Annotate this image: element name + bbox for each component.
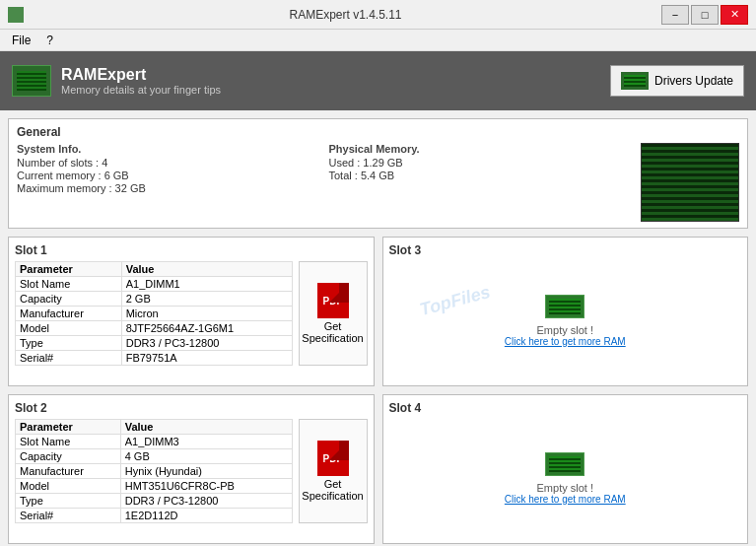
physical-memory-block: Physical Memory. Used : 1.29 GB Total : … — [329, 143, 622, 222]
slot2-serial-value: 1E2D112D — [120, 509, 292, 523]
table-row: Capacity 2 GB — [16, 292, 293, 307]
slot1-section: Slot 1 Parameter Value Slot Name A1_DIMM… — [8, 237, 375, 386]
slot4-empty-text: Empty slot ! — [537, 482, 593, 494]
sys-info-row-slots: Number of slots : 4 — [17, 157, 309, 169]
slot2-mfr-label: Manufacturer — [16, 464, 121, 479]
slot1-pdf-button[interactable]: PDF GetSpecification — [299, 261, 368, 366]
slot1-inner: Parameter Value Slot Name A1_DIMM1 Capac… — [15, 261, 368, 366]
slot2-mfr-value: Hynix (Hyundai) — [120, 464, 292, 479]
slot1-mfr-label: Manufacturer — [16, 307, 122, 321]
window-controls: − □ ✕ — [661, 5, 748, 25]
slot2-model-label: Model — [16, 479, 121, 494]
close-button[interactable]: ✕ — [721, 5, 748, 25]
table-row: Parameter Value — [16, 262, 293, 277]
app-header: RAMExpert Memory details at your finger … — [0, 51, 756, 110]
menu-file[interactable]: File — [4, 32, 38, 49]
slot2-pdf-label: GetSpecification — [302, 478, 363, 502]
table-row: Type DDR3 / PC3-12800 — [16, 336, 293, 351]
slot4-title: Slot 4 — [389, 401, 742, 415]
slot2-section: Slot 2 Parameter Value Slot Name A1_DIMM… — [8, 394, 375, 544]
slot3-section: Slot 3 TopFiles Empty slot ! Click here … — [382, 237, 749, 386]
table-row: Manufacturer Micron — [16, 307, 293, 321]
memory-grid — [642, 144, 738, 221]
general-section-title: General — [17, 125, 739, 139]
drivers-update-label: Drivers Update — [654, 74, 733, 88]
slot3-empty[interactable]: TopFiles Empty slot ! Click here to get … — [389, 261, 742, 379]
table-row: Serial# 1E2D112D — [16, 509, 293, 523]
sys-info-row-current: Current memory : 6 GB — [17, 170, 309, 181]
slot1-type-value: DDR3 / PC3-12800 — [121, 336, 292, 351]
slot2-cap-label: Capacity — [16, 449, 121, 464]
slot1-name-value: A1_DIMM1 — [121, 277, 292, 292]
slot3-title: Slot 3 — [389, 243, 742, 257]
slot2-table: Parameter Value Slot Name A1_DIMM3 Capac… — [15, 419, 293, 523]
slot1-title: Slot 1 — [15, 243, 368, 257]
slot4-empty-link[interactable]: Click here to get more RAM — [505, 494, 626, 505]
memory-visual — [641, 143, 739, 222]
table-row: Model HMT351U6CFR8C-PB — [16, 479, 293, 494]
menu-help[interactable]: ? — [38, 32, 61, 49]
slot2-pdf-button[interactable]: PDF GetSpecification — [299, 419, 368, 523]
header-text-block: RAMExpert Memory details at your finger … — [61, 66, 221, 96]
slot4-empty[interactable]: Empty slot ! Click here to get more RAM — [389, 419, 742, 537]
drivers-update-button[interactable]: Drivers Update — [610, 65, 744, 97]
slot2-inner: Parameter Value Slot Name A1_DIMM3 Capac… — [15, 419, 368, 523]
slot2-title: Slot 2 — [15, 401, 368, 415]
window-title: RAMExpert v1.4.5.11 — [30, 8, 661, 22]
header-branding: RAMExpert Memory details at your finger … — [12, 65, 221, 97]
main-content: General System Info. Number of slots : 4… — [0, 110, 756, 546]
slots-container: Slot 1 Parameter Value Slot Name A1_DIMM… — [8, 237, 748, 544]
app-icon — [8, 7, 24, 23]
minimize-button[interactable]: − — [661, 5, 689, 25]
app-subtitle: Memory details at your finger tips — [61, 84, 221, 96]
empty-slot-icon — [545, 295, 584, 318]
empty-slot-icon-4 — [545, 452, 584, 476]
slot2-type-label: Type — [16, 494, 121, 509]
phys-mem-used: Used : 1.29 GB — [329, 157, 622, 169]
slot1-cap-value: 2 GB — [121, 292, 292, 307]
general-section: General System Info. Number of slots : 4… — [8, 118, 748, 229]
slot1-mfr-value: Micron — [121, 307, 292, 321]
general-inner: System Info. Number of slots : 4 Current… — [17, 143, 739, 222]
table-row: Parameter Value — [16, 420, 293, 435]
sys-info-row-max: Maximum memory : 32 GB — [17, 182, 309, 194]
slot3-empty-text: Empty slot ! — [537, 324, 593, 336]
slot3-empty-link[interactable]: Click here to get more RAM — [505, 336, 626, 347]
table-row: Type DDR3 / PC3-12800 — [16, 494, 293, 509]
menu-bar: File ? — [0, 30, 756, 51]
slot1-model-label: Model — [16, 321, 122, 336]
slot2-header-value: Value — [120, 420, 292, 435]
watermark: TopFiles — [417, 282, 492, 320]
phys-mem-label: Physical Memory. — [329, 143, 622, 155]
title-bar: RAMExpert v1.4.5.11 − □ ✕ — [0, 0, 756, 30]
pdf-icon-2: PDF — [317, 441, 349, 476]
system-info-block: System Info. Number of slots : 4 Current… — [17, 143, 309, 222]
table-row: Slot Name A1_DIMM3 — [16, 435, 293, 449]
slot1-model-value: 8JTF25664AZ-1G6M1 — [121, 321, 292, 336]
phys-mem-total: Total : 5.4 GB — [329, 170, 622, 181]
slot1-serial-label: Serial# — [16, 351, 122, 366]
slot1-pdf-label: GetSpecification — [302, 320, 363, 344]
slot2-name-value: A1_DIMM3 — [120, 435, 292, 449]
drivers-btn-icon — [621, 72, 649, 90]
slot1-type-label: Type — [16, 336, 122, 351]
table-row: Model 8JTF25664AZ-1G6M1 — [16, 321, 293, 336]
slot2-type-value: DDR3 / PC3-12800 — [120, 494, 292, 509]
slot1-cap-label: Capacity — [16, 292, 122, 307]
slot1-header-value: Value — [121, 262, 292, 277]
slot1-header-param: Parameter — [16, 262, 122, 277]
app-name: RAMExpert — [61, 66, 221, 84]
slot1-table: Parameter Value Slot Name A1_DIMM1 Capac… — [15, 261, 293, 366]
table-row: Slot Name A1_DIMM1 — [16, 277, 293, 292]
slot2-name-label: Slot Name — [16, 435, 121, 449]
slot2-serial-label: Serial# — [16, 509, 121, 523]
table-row: Manufacturer Hynix (Hyundai) — [16, 464, 293, 479]
slot1-serial-value: FB79751A — [121, 351, 292, 366]
slot2-model-value: HMT351U6CFR8C-PB — [120, 479, 292, 494]
table-row: Capacity 4 GB — [16, 449, 293, 464]
maximize-button[interactable]: □ — [691, 5, 719, 25]
sys-info-label: System Info. — [17, 143, 309, 155]
pdf-icon: PDF — [317, 283, 349, 318]
slot4-section: Slot 4 Empty slot ! Click here to get mo… — [382, 394, 749, 544]
app-header-icon — [12, 65, 51, 97]
